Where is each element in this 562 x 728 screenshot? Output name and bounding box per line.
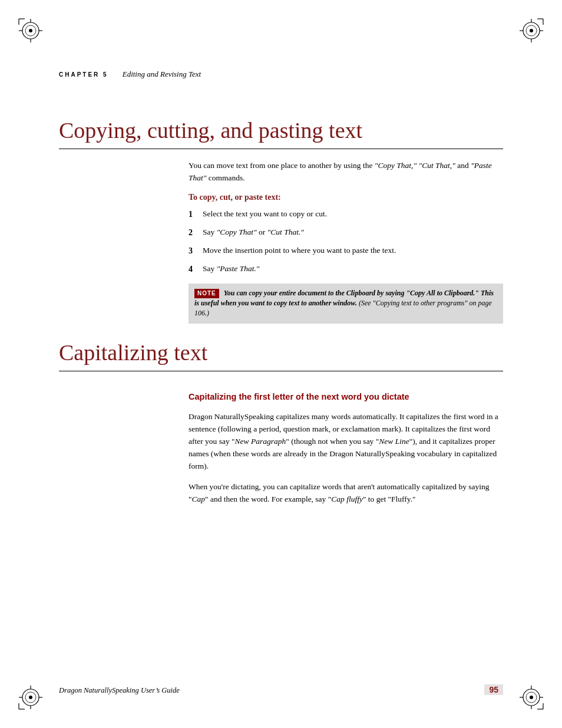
corner-decoration-tr xyxy=(517,17,546,45)
section1-title: Copying, cutting, and pasting text xyxy=(59,118,503,144)
section1-left-col xyxy=(59,160,189,324)
section2-para2: When you're dictating, you can capitaliz… xyxy=(189,481,503,506)
footer-book-title: Dragon NaturallySpeaking User’s Guide xyxy=(59,686,180,695)
step-4: 4 Say "Paste That." xyxy=(189,263,503,275)
section2-para1: Dragon NaturallySpeaking capitalizes man… xyxy=(189,411,503,473)
chapter-subtitle: Editing and Revising Text xyxy=(123,70,201,79)
page-footer: Dragon NaturallySpeaking User’s Guide 95 xyxy=(59,684,503,695)
section2-left-col xyxy=(59,382,189,514)
step-4-number: 4 xyxy=(189,263,203,275)
step-1: 1 Select the text you want to copy or cu… xyxy=(189,208,503,220)
section1-intro: You can move text from one place to anot… xyxy=(189,160,503,185)
step-2: 2 Say "Copy That" or "Cut That." xyxy=(189,226,503,239)
svg-point-29 xyxy=(530,696,533,699)
page: CHAPTER 5 Editing and Revising Text Copy… xyxy=(0,0,562,728)
section2-right-col: Capitalizing the first letter of the nex… xyxy=(189,382,503,514)
corner-decoration-br xyxy=(517,683,546,711)
svg-point-11 xyxy=(530,29,533,32)
subsection-bold-heading: Capitalizing the first letter of the nex… xyxy=(189,391,503,403)
note-label: NOTE xyxy=(194,289,219,299)
step-2-number: 2 xyxy=(189,226,203,239)
step-2-text: Say "Copy That" or "Cut That." xyxy=(203,226,503,238)
section1-right-col: You can move text from one place to anot… xyxy=(189,160,503,324)
section2-title: Capitalizing text xyxy=(59,340,503,366)
step-3-number: 3 xyxy=(189,245,203,257)
step-4-text: Say "Paste That." xyxy=(203,263,503,275)
svg-point-2 xyxy=(29,29,32,32)
section2-divider xyxy=(59,371,503,371)
svg-point-20 xyxy=(29,696,32,699)
chapter-label: CHAPTER 5 xyxy=(59,71,108,78)
main-content: Copying, cutting, and pasting text You c… xyxy=(59,100,503,514)
step-1-text: Select the text you want to copy or cut. xyxy=(203,208,503,220)
section1-divider xyxy=(59,149,503,149)
subsection-heading-copy: To copy, cut, or paste text: xyxy=(189,193,503,202)
note-text: You can copy your entire document to the… xyxy=(194,289,494,318)
step-3: 3 Move the insertion point to where you … xyxy=(189,245,503,257)
corner-decoration-bl xyxy=(16,683,45,711)
corner-decoration-tl xyxy=(16,17,45,45)
step-1-number: 1 xyxy=(189,208,203,220)
note-box: NOTE You can copy your entire document t… xyxy=(189,284,503,324)
section2-body: Capitalizing the first letter of the nex… xyxy=(59,382,503,514)
page-header: CHAPTER 5 Editing and Revising Text xyxy=(59,70,503,79)
step-3-text: Move the insertion point to where you wa… xyxy=(203,245,503,256)
section1-body: You can move text from one place to anot… xyxy=(59,160,503,324)
footer-page-number: 95 xyxy=(484,684,503,695)
steps-list: 1 Select the text you want to copy or cu… xyxy=(189,208,503,275)
